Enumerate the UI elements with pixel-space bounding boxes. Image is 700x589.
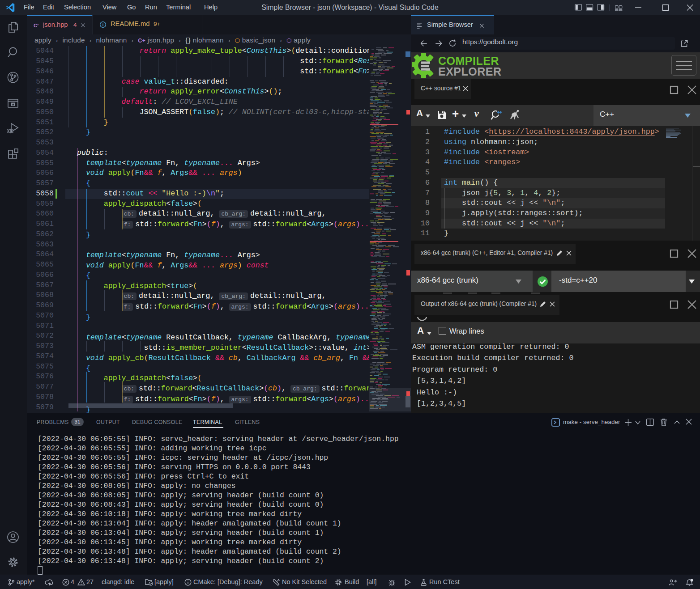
svg-text:+: + — [37, 23, 39, 27]
